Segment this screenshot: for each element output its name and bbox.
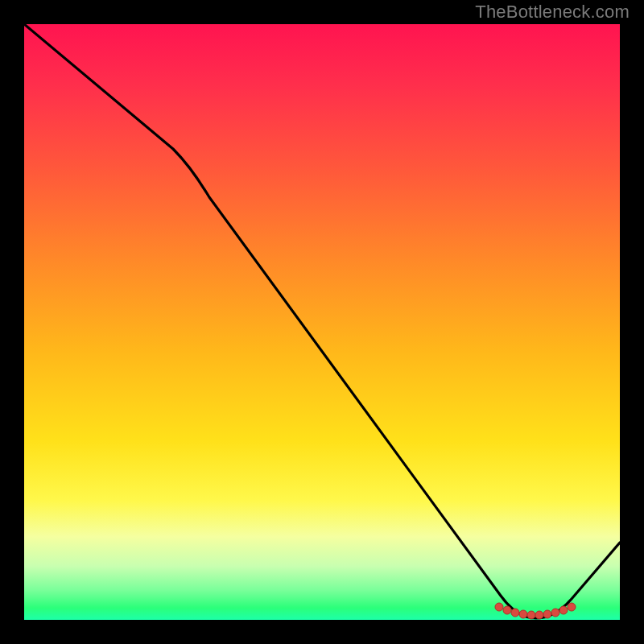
marker-dot <box>511 609 519 617</box>
marker-dot <box>527 611 535 619</box>
marker-dot <box>503 606 511 614</box>
marker-dot <box>519 610 527 618</box>
marker-dot <box>559 606 568 614</box>
optimal-range-markers <box>24 24 620 620</box>
marker-dot <box>535 611 543 619</box>
plot-area <box>24 24 620 620</box>
marker-dot <box>551 609 559 617</box>
marker-dot <box>568 603 576 611</box>
chart-frame: TheBottleneck.com <box>0 0 644 644</box>
marker-dot <box>495 603 503 611</box>
marker-dot <box>543 610 551 618</box>
watermark-text: TheBottleneck.com <box>475 2 630 23</box>
